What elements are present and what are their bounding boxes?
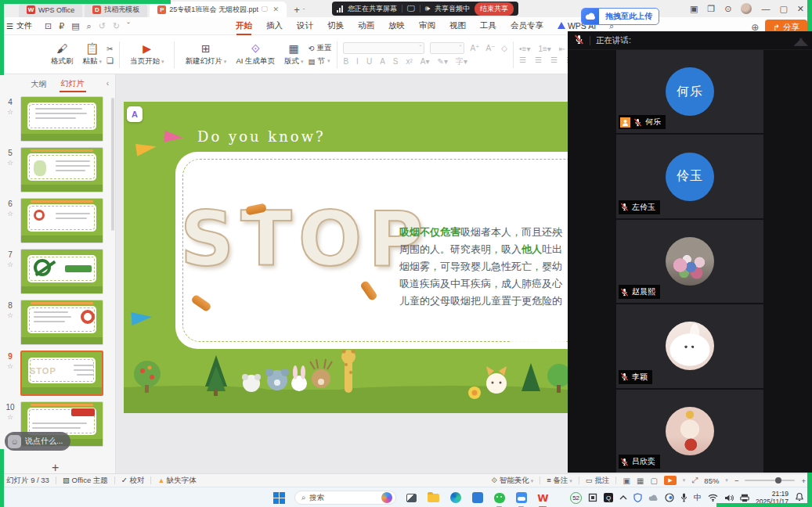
save-icon[interactable]: ⊡ xyxy=(45,21,52,31)
menu-tab-插入[interactable]: 插入 xyxy=(259,18,290,34)
superscript-icon[interactable]: x² xyxy=(406,57,412,66)
menu-tab-动画[interactable]: 动画 xyxy=(351,18,381,34)
store-icon[interactable] xyxy=(471,491,484,505)
beautify-button[interactable]: ⟐ 智能美化 ▾ xyxy=(492,476,534,486)
zoom-slider-knob[interactable] xyxy=(775,477,781,484)
window-tab[interactable]: P25专硕1班班会 无烟校园.ppt🖵✕ xyxy=(150,2,287,17)
participant-tile[interactable]: 李颖 xyxy=(616,304,763,387)
wechat-icon[interactable] xyxy=(493,491,506,505)
file-menu-button[interactable]: ☰ 文件 xyxy=(0,20,38,31)
slide-body-text[interactable]: 吸烟不仅危害吸烟者本人，而且还殃周围的人。研究表明，吸入他人吐出烟烟雾，可导致婴… xyxy=(399,224,587,310)
print-preview-icon[interactable]: ⌕ xyxy=(87,21,92,31)
quickbar-more-icon[interactable]: ˇ xyxy=(127,21,130,31)
print-icon[interactable]: ▤ xyxy=(71,21,79,31)
menu-tab-开始[interactable]: 开始 xyxy=(229,18,259,34)
wifi-icon[interactable] xyxy=(708,494,718,502)
participant-tile[interactable]: 伶玉左伶玉 xyxy=(616,135,763,218)
drag-upload-button[interactable]: 拖拽至此上传 xyxy=(581,8,659,25)
favorite-star-icon[interactable]: ☆ xyxy=(7,413,13,421)
shrink-font-icon[interactable]: A⁻ xyxy=(485,44,495,52)
wps-ai-float-button[interactable]: A xyxy=(127,106,143,122)
window-tab[interactable]: WWPS Office xyxy=(19,2,82,17)
indent-decrease-icon[interactable]: ⇤ xyxy=(559,45,565,53)
normal-view-button[interactable]: ▣ xyxy=(623,476,630,485)
font-color-icon[interactable]: A▾ xyxy=(420,57,430,66)
monitor-icon[interactable]: 🖵 xyxy=(407,4,415,13)
menu-tab-审阅[interactable]: 审阅 xyxy=(412,18,442,34)
participant-tile[interactable]: 何乐何乐 xyxy=(616,50,763,133)
sidebar-scrollbar[interactable] xyxy=(111,98,114,231)
font-size-select[interactable] xyxy=(430,42,464,54)
menu-tab-工具[interactable]: 工具 xyxy=(473,18,503,34)
bold-icon[interactable]: B xyxy=(343,57,348,66)
proofread-button[interactable]: ✓ 校对 xyxy=(121,476,145,486)
copilot-tray-icon[interactable] xyxy=(665,493,674,502)
menu-tab-切换[interactable]: 切换 xyxy=(320,18,351,34)
zoom-out-button[interactable]: − xyxy=(734,476,739,485)
cloud-sync-icon[interactable] xyxy=(648,494,659,502)
slide-9[interactable]: Do you know? STOP 吸烟不仅危害吸烟者本人，而且还殃周围的人。研… xyxy=(124,102,587,413)
shield-icon[interactable] xyxy=(633,493,642,502)
slide-thumbnail-4[interactable] xyxy=(20,96,103,142)
new-slide-button[interactable]: ⊞ 新建幻灯片 ▾ xyxy=(180,43,231,67)
search-app-icon[interactable]: Q xyxy=(604,493,613,502)
font-family-select[interactable] xyxy=(343,42,424,54)
microphone-icon[interactable] xyxy=(680,493,687,502)
reading-view-button[interactable]: ▢ xyxy=(650,476,657,485)
account-avatar[interactable] xyxy=(741,3,752,14)
align-right-icon[interactable]: ☰ xyxy=(550,56,558,64)
edge-icon[interactable] xyxy=(449,491,462,505)
taskbar-search-box[interactable]: ⌕ 搜索 xyxy=(294,491,396,505)
ime-indicator[interactable]: 中 xyxy=(694,492,702,503)
security-badge[interactable]: 52 xyxy=(570,492,582,504)
underline-icon[interactable]: U xyxy=(366,57,372,66)
new-tab-button[interactable]: + xyxy=(294,4,300,16)
slide-thumbnail-9[interactable]: STOP xyxy=(20,351,103,396)
slideshow-play-button[interactable]: ▶ xyxy=(664,476,677,485)
menu-tab-会员专享[interactable]: 会员专享 xyxy=(503,18,550,34)
zoom-level[interactable]: 85% xyxy=(704,476,719,485)
start-button[interactable] xyxy=(272,491,286,505)
bullets-icon[interactable]: •≡▾ xyxy=(519,45,530,53)
menu-tab-放映[interactable]: 放映 xyxy=(381,18,412,34)
screenshot-tool-icon[interactable]: ▣ xyxy=(690,4,698,14)
volume-icon[interactable] xyxy=(724,494,734,502)
file-explorer-icon[interactable] xyxy=(427,491,440,505)
participant-tile[interactable]: 赵晨熙 xyxy=(616,220,763,303)
slides-tab[interactable]: 幻灯片 xyxy=(60,77,86,92)
minimize-button[interactable]: — xyxy=(761,4,770,13)
wps-icon[interactable]: W xyxy=(536,491,550,505)
tab-list-caret-icon[interactable]: ˇ xyxy=(303,7,305,14)
export-pdf-icon[interactable]: ₽ xyxy=(59,21,64,31)
favorite-star-icon[interactable]: ☆ xyxy=(7,362,13,370)
zoom-caret[interactable]: ▾ xyxy=(725,477,728,484)
play-from-current-button[interactable]: ▶ 当页开始 ▾ xyxy=(125,43,168,67)
format-painter-button[interactable]: 🖌 格式刷 xyxy=(46,43,78,67)
phonetic-icon[interactable]: 字▾ xyxy=(456,56,467,67)
align-center-icon[interactable]: ☰ xyxy=(535,56,542,64)
layout-button[interactable]: ▦ 版式 ▾ xyxy=(280,43,308,67)
notification-bell-icon[interactable] xyxy=(795,492,804,503)
tab-close-icon[interactable]: ✕ xyxy=(273,5,280,13)
play-options-caret[interactable]: ▾ xyxy=(683,477,686,484)
copy-button[interactable]: ❏ xyxy=(106,56,114,65)
notes-button[interactable]: ≡ 备注 ▾ xyxy=(547,476,572,486)
fit-to-window-icon[interactable]: ⤢ xyxy=(691,476,698,485)
window-tab[interactable]: D找稻壳模板 xyxy=(85,2,147,17)
close-button[interactable]: ✕ xyxy=(797,4,804,14)
cut-button[interactable]: ✂ xyxy=(106,45,114,53)
printer-icon[interactable] xyxy=(740,494,749,502)
favorite-star-icon[interactable]: ☆ xyxy=(7,159,13,167)
snip-icon[interactable] xyxy=(588,493,597,502)
ai-generate-page-button[interactable]: ⟐ AI 生成单页 xyxy=(231,43,280,67)
comments-button[interactable]: ▭ 批注 xyxy=(586,476,610,486)
menu-tab-视图[interactable]: 视图 xyxy=(442,18,473,34)
stop-cigarette-art[interactable]: STOP xyxy=(180,202,430,277)
section-button[interactable]: ▤节▾ xyxy=(308,56,331,67)
tray-expand-icon[interactable] xyxy=(619,494,627,501)
menu-tab-设计[interactable]: 设计 xyxy=(290,18,320,34)
slide-sorter-button[interactable]: ▦ xyxy=(637,476,644,485)
outline-tab[interactable]: 大纲 xyxy=(30,77,49,92)
task-view-icon[interactable] xyxy=(405,491,418,505)
italic-icon[interactable]: I xyxy=(356,57,359,66)
